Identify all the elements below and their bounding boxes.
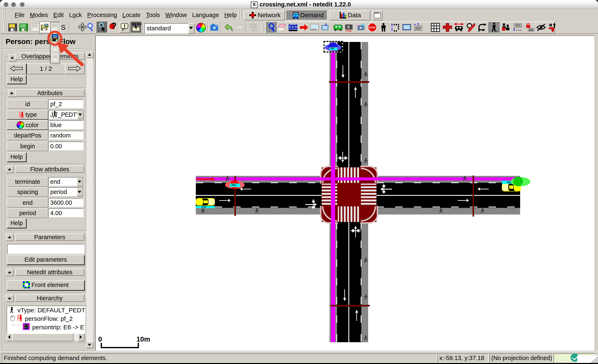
svg-text:TYPE: TYPE [346, 30, 351, 32]
svg-text:STOP: STOP [369, 26, 375, 29]
